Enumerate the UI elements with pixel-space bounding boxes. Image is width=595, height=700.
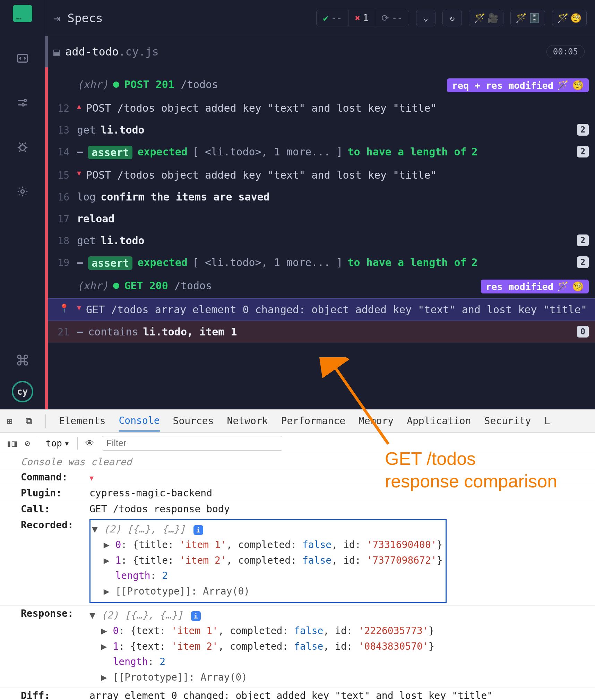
log-row[interactable]: 17 reload bbox=[48, 208, 595, 230]
response-object[interactable]: ▼ (2) [{…}, {…}] i ▶ 0: {text: 'item 1',… bbox=[89, 608, 574, 685]
tool-wand-camera[interactable]: 🪄🎥 bbox=[469, 10, 503, 26]
tab-application[interactable]: Application bbox=[407, 411, 471, 431]
log-xhr-row[interactable]: (xhr) POST 201 /todos req + res modified… bbox=[48, 74, 595, 97]
cypress-logo: cy bbox=[12, 381, 33, 402]
tab-sources[interactable]: Sources bbox=[173, 411, 214, 431]
log-row-selected[interactable]: 📍 ▼ GET /todos array element 0 changed: … bbox=[48, 298, 595, 321]
sidebar-nav: cy bbox=[0, 0, 45, 409]
context-select[interactable]: top ▾ bbox=[46, 438, 70, 449]
count-badge: 0 bbox=[577, 326, 589, 338]
console-row-response: Response: ▼ (2) [{…}, {…}] i ▶ 0: {text:… bbox=[0, 605, 595, 688]
test-status-pill: ✔-- ✖1 ⟳-- bbox=[316, 10, 409, 26]
filter-input[interactable] bbox=[102, 436, 282, 451]
inspect-icon[interactable]: ⊞ bbox=[7, 416, 12, 426]
nav-sliders-icon[interactable] bbox=[14, 94, 31, 111]
log-row[interactable]: 18 getli.todo 2 bbox=[48, 230, 595, 251]
pass-icon: ✔ bbox=[323, 13, 328, 23]
tab-console[interactable]: Console bbox=[119, 411, 160, 432]
log-row[interactable]: 13 getli.todo 2 bbox=[48, 119, 595, 141]
nav-settings-icon[interactable] bbox=[14, 183, 31, 200]
fail-accent-bar bbox=[45, 67, 48, 409]
topbar: ⇥ Specs ✔-- ✖1 ⟳-- ⌄ ↻ 🪄🎥 🪄🗄️ 🪄🧐 bbox=[45, 0, 595, 36]
nav-code-icon[interactable] bbox=[14, 50, 31, 67]
pending-icon: ⟳ bbox=[381, 13, 389, 23]
svg-point-1 bbox=[24, 100, 26, 102]
file-name: add-todo.cy.js bbox=[65, 45, 159, 58]
specs-label: Specs bbox=[67, 11, 103, 25]
app-logo bbox=[13, 5, 32, 22]
log-row-fail[interactable]: 21 – contains li.todo, item 1 0 bbox=[48, 321, 595, 343]
device-icon[interactable]: ⧉ bbox=[26, 416, 32, 426]
svg-point-4 bbox=[21, 190, 24, 193]
xhr-label: (xhr) bbox=[77, 280, 108, 292]
annotation-text: GET /todosresponse comparison bbox=[385, 447, 557, 493]
count-badge: 2 bbox=[577, 124, 589, 136]
sidebar-toggle-icon[interactable]: ▮◨ bbox=[6, 438, 17, 449]
status-dot-icon bbox=[113, 283, 119, 289]
nav-bug-icon[interactable] bbox=[14, 139, 31, 155]
svg-point-2 bbox=[22, 104, 24, 106]
info-icon[interactable]: i bbox=[191, 611, 201, 621]
log-row[interactable]: 16 logconfirm the items are saved bbox=[48, 186, 595, 208]
recorded-object[interactable]: ▼ (2) [{…}, {…}] i ▶ 0: {title: 'item 1'… bbox=[89, 519, 447, 603]
console-row-diff: Diff: array element 0 changed: object ad… bbox=[0, 688, 595, 700]
tab-security[interactable]: Security bbox=[484, 411, 531, 431]
svg-point-3 bbox=[20, 145, 25, 151]
count-badge: 2 bbox=[577, 234, 589, 246]
fail-icon: ✖ bbox=[355, 13, 360, 23]
file-accent bbox=[45, 36, 48, 67]
xhr-label: (xhr) bbox=[77, 78, 108, 91]
tab-network[interactable]: Network bbox=[227, 411, 268, 431]
file-icon: ▤ bbox=[53, 46, 60, 58]
triangle-down-icon: ▼ bbox=[89, 474, 94, 482]
modified-badge: req + res modified🪄🧐 bbox=[447, 78, 589, 92]
info-icon[interactable]: i bbox=[193, 525, 203, 535]
command-log: (xhr) POST 201 /todos req + res modified… bbox=[48, 67, 595, 409]
log-row[interactable]: 15 ▼ POST /todos object added key "text"… bbox=[48, 164, 595, 186]
live-expression-icon[interactable]: 👁 bbox=[85, 438, 94, 449]
modified-badge: res modified🪄🧐 bbox=[481, 280, 589, 293]
timer-badge: 00:05 bbox=[546, 45, 585, 58]
pending-count: -- bbox=[392, 13, 403, 23]
status-dot-icon bbox=[113, 82, 119, 88]
devtools-tabs: ⊞ ⧉ Elements Console Sources Network Per… bbox=[0, 410, 595, 433]
pin-icon: 📍 bbox=[50, 304, 69, 313]
chevron-down-button[interactable]: ⌄ bbox=[416, 10, 436, 26]
fail-count: 1 bbox=[363, 13, 369, 23]
console-row-call: Call: GET /todos response body bbox=[0, 501, 595, 517]
tab-more[interactable]: L bbox=[544, 411, 550, 431]
triangle-down-icon: ▼ bbox=[77, 304, 81, 312]
console-row-recorded: Recorded: ▼ (2) [{…}, {…}] i ▶ 0: {title… bbox=[0, 517, 595, 605]
assert-badge: assert bbox=[88, 256, 132, 270]
tool-wand-drawer[interactable]: 🪄🗄️ bbox=[510, 10, 545, 26]
log-xhr-row[interactable]: (xhr) GET 200 /todos res modified🪄🧐 bbox=[48, 275, 595, 298]
triangle-up-icon: ▲ bbox=[77, 102, 81, 110]
tab-elements[interactable]: Elements bbox=[59, 411, 106, 431]
pass-count: -- bbox=[331, 13, 342, 23]
log-row[interactable]: 19 –assert expected [ <li.todo>, 1 more.… bbox=[48, 251, 595, 275]
nav-command-icon[interactable] bbox=[14, 352, 31, 368]
tab-memory[interactable]: Memory bbox=[359, 411, 394, 431]
triangle-down-icon: ▼ bbox=[77, 169, 81, 177]
tool-wand-think[interactable]: 🪄🧐 bbox=[552, 10, 587, 26]
count-badge: 2 bbox=[577, 256, 589, 268]
count-badge: 2 bbox=[577, 146, 589, 157]
log-row[interactable]: 14 –assert expected [ <li.todo>, 1 more.… bbox=[48, 141, 595, 164]
reload-button[interactable]: ↻ bbox=[442, 10, 462, 26]
tab-performance[interactable]: Performance bbox=[281, 411, 345, 431]
clear-console-icon[interactable]: ⊘ bbox=[25, 438, 30, 449]
assert-badge: assert bbox=[88, 146, 132, 159]
log-row[interactable]: 12 ▲ POST /todos object added key "text"… bbox=[48, 97, 595, 119]
specs-collapse-icon[interactable]: ⇥ bbox=[53, 11, 60, 25]
